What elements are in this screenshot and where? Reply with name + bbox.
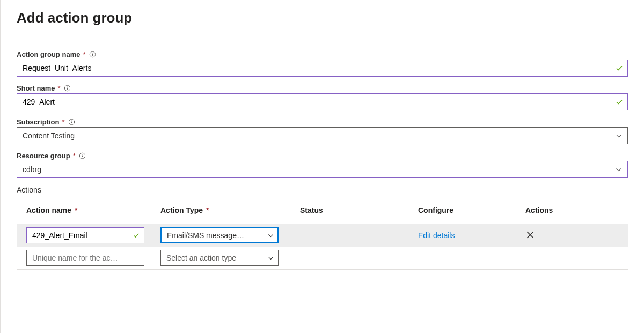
chevron-down-icon: [267, 232, 274, 239]
actions-section-label: Actions: [17, 186, 628, 194]
col-header-configure: Configure: [418, 206, 453, 214]
required-star-icon: *: [72, 206, 77, 214]
col-header-actions: Actions: [525, 206, 553, 214]
action-row: Email/SMS message… Edit details: [17, 224, 628, 247]
required-star-icon: *: [204, 206, 209, 214]
action-name-input-new[interactable]: [26, 250, 144, 266]
field-short-name: Short name *: [17, 84, 628, 110]
actions-table: Action name * Action Type * Status Confi…: [17, 201, 628, 270]
delete-action-button[interactable]: [525, 230, 535, 240]
info-icon[interactable]: [64, 85, 71, 92]
field-action-group-name: Action group name *: [17, 50, 628, 77]
col-header-status: Status: [300, 206, 323, 214]
label-short-name: Short name: [17, 84, 55, 92]
label-action-group-name: Action group name: [17, 50, 80, 58]
svg-point-8: [71, 121, 72, 121]
svg-point-5: [67, 87, 68, 87]
field-resource-group: Resource group * cdbrg: [17, 152, 628, 178]
subscription-select[interactable]: Content Testing: [17, 127, 628, 144]
resource-group-select[interactable]: cdbrg: [17, 161, 628, 178]
page-title: Add action group: [17, 10, 628, 26]
action-type-select-new[interactable]: Select an action type: [160, 250, 279, 266]
required-star-icon: *: [83, 50, 85, 58]
action-type-select[interactable]: Email/SMS message…: [160, 227, 279, 243]
short-name-input[interactable]: [17, 93, 628, 110]
svg-point-11: [82, 154, 83, 155]
close-icon: [525, 230, 535, 240]
label-subscription: Subscription: [17, 118, 59, 126]
required-star-icon: *: [62, 118, 64, 126]
required-star-icon: *: [73, 152, 76, 160]
action-row-new: Select an action type: [17, 247, 628, 270]
info-icon[interactable]: [89, 51, 96, 58]
action-group-name-input[interactable]: [17, 60, 628, 77]
check-icon: [133, 232, 140, 239]
info-icon[interactable]: [68, 119, 75, 125]
edit-details-link[interactable]: Edit details: [418, 231, 455, 240]
action-name-input[interactable]: [26, 227, 144, 243]
field-subscription: Subscription * Content Testing: [17, 118, 628, 144]
svg-point-2: [92, 53, 93, 54]
resource-group-value: cdbrg: [23, 165, 41, 174]
required-star-icon: *: [58, 84, 61, 92]
chevron-down-icon: [267, 255, 274, 262]
info-icon[interactable]: [79, 152, 86, 159]
action-type-placeholder: Select an action type: [166, 254, 236, 262]
subscription-value: Content Testing: [23, 131, 75, 140]
action-type-value: Email/SMS message…: [167, 231, 244, 240]
col-header-action-type: Action Type: [160, 206, 203, 214]
col-header-action-name: Action name: [26, 206, 71, 214]
label-resource-group: Resource group: [17, 152, 70, 160]
